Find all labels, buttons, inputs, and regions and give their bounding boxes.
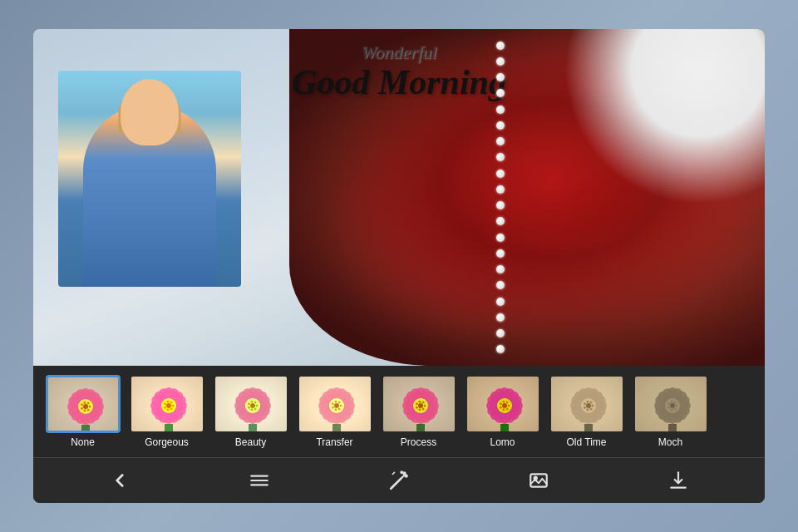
svg-point-45	[171, 405, 174, 407]
svg-rect-134	[416, 424, 425, 433]
svg-point-181	[589, 407, 592, 410]
svg-point-52	[166, 403, 171, 408]
filter-flower-svg-oldtime	[551, 377, 624, 433]
filter-item-transfer[interactable]: Transfer	[295, 375, 374, 448]
svg-point-159	[505, 401, 508, 404]
svg-point-207	[675, 405, 677, 407]
svg-point-49	[163, 402, 165, 405]
pearl-6	[496, 121, 505, 130]
svg-point-100	[337, 407, 340, 410]
filter-strip: NoneGorgeousBeautyTransferProcessLomoOld…	[33, 366, 765, 457]
pearl-4	[496, 89, 505, 97]
svg-point-221	[403, 472, 405, 474]
filter-item-lomo[interactable]: Lomo	[463, 375, 542, 448]
svg-point-127	[421, 407, 424, 410]
svg-rect-53	[165, 424, 173, 433]
magic-button[interactable]	[382, 464, 416, 497]
svg-point-24	[86, 402, 89, 405]
svg-point-46	[170, 407, 172, 410]
svg-point-210	[667, 406, 669, 409]
svg-point-129	[415, 406, 417, 409]
svg-rect-188	[584, 424, 593, 433]
svg-point-101	[334, 408, 337, 411]
svg-point-153	[507, 405, 510, 407]
svg-point-132	[421, 401, 424, 404]
gallery-button[interactable]	[522, 464, 555, 497]
download-icon	[667, 470, 689, 491]
svg-point-212	[670, 401, 672, 403]
person-silhouette	[83, 104, 216, 287]
pearl-17	[496, 298, 505, 306]
svg-point-186	[589, 401, 592, 404]
svg-point-102	[331, 406, 333, 409]
filter-label-moch: Moch	[658, 436, 682, 448]
filter-flower-svg-gorgeous	[131, 377, 204, 433]
filter-flower-svg-beauty	[215, 377, 288, 433]
svg-rect-215	[668, 424, 677, 433]
filter-thumbnail-transfer	[298, 375, 372, 433]
back-button[interactable]	[103, 464, 136, 497]
svg-point-226	[534, 477, 537, 480]
bottom-toolbar	[33, 457, 765, 503]
download-button[interactable]	[662, 464, 695, 497]
pearl-2	[496, 57, 505, 66]
svg-point-157	[499, 402, 501, 405]
svg-point-78	[254, 401, 256, 404]
svg-point-48	[163, 406, 165, 409]
pearl-8	[496, 153, 505, 161]
pearl-15	[496, 265, 505, 273]
svg-point-211	[667, 402, 669, 405]
svg-point-182	[586, 408, 589, 411]
app-container: Wonderful Good Morning NoneGorgeousBeaut…	[33, 29, 765, 503]
svg-point-223	[401, 471, 402, 473]
svg-point-180	[591, 405, 594, 407]
svg-point-18	[88, 406, 91, 408]
svg-point-79	[250, 403, 255, 408]
filter-label-gorgeous: Gorgeous	[145, 436, 189, 448]
svg-point-23	[83, 401, 86, 404]
svg-point-184	[583, 402, 585, 405]
svg-point-126	[423, 405, 426, 407]
svg-point-213	[673, 401, 676, 404]
pearl-1	[496, 42, 505, 50]
filter-item-beauty[interactable]: Beauty	[211, 375, 290, 448]
filter-item-moch[interactable]: Moch	[631, 375, 710, 448]
filter-label-transfer: Transfer	[316, 436, 352, 448]
filter-item-oldtime[interactable]: Old Time	[547, 375, 626, 448]
pearl-7	[496, 137, 505, 145]
svg-point-25	[83, 404, 88, 409]
filter-item-none[interactable]: None	[43, 375, 122, 448]
svg-point-209	[670, 408, 672, 411]
menu-button[interactable]	[243, 464, 276, 497]
pearl-19	[496, 329, 505, 337]
filter-flower-svg-none	[48, 377, 121, 433]
svg-point-72	[255, 405, 258, 407]
filter-item-process[interactable]: Process	[379, 375, 458, 448]
svg-point-51	[170, 401, 172, 404]
filter-label-lomo: Lomo	[490, 436, 515, 448]
magic-wand-icon	[388, 470, 410, 491]
filter-thumbnail-beauty	[214, 375, 288, 433]
svg-point-74	[250, 408, 253, 411]
svg-point-20	[83, 409, 86, 411]
svg-point-208	[673, 407, 676, 410]
filter-thumbnail-gorgeous	[130, 375, 204, 433]
svg-point-154	[505, 407, 508, 410]
svg-point-47	[166, 408, 169, 411]
svg-point-158	[502, 401, 505, 403]
svg-point-130	[415, 402, 417, 405]
pearl-12	[496, 217, 505, 225]
svg-point-222	[406, 475, 407, 477]
svg-point-77	[250, 401, 253, 403]
pearl-18	[496, 313, 505, 322]
filter-label-oldtime: Old Time	[566, 436, 606, 448]
filter-item-gorgeous[interactable]: Gorgeous	[127, 375, 206, 448]
filter-flower-svg-transfer	[299, 377, 372, 433]
white-flowers	[545, 29, 765, 231]
filter-label-beauty: Beauty	[235, 436, 266, 448]
menu-icon	[249, 470, 270, 491]
svg-point-19	[86, 408, 89, 411]
svg-point-131	[418, 401, 421, 403]
svg-point-21	[80, 407, 82, 410]
pearl-3	[496, 73, 505, 81]
